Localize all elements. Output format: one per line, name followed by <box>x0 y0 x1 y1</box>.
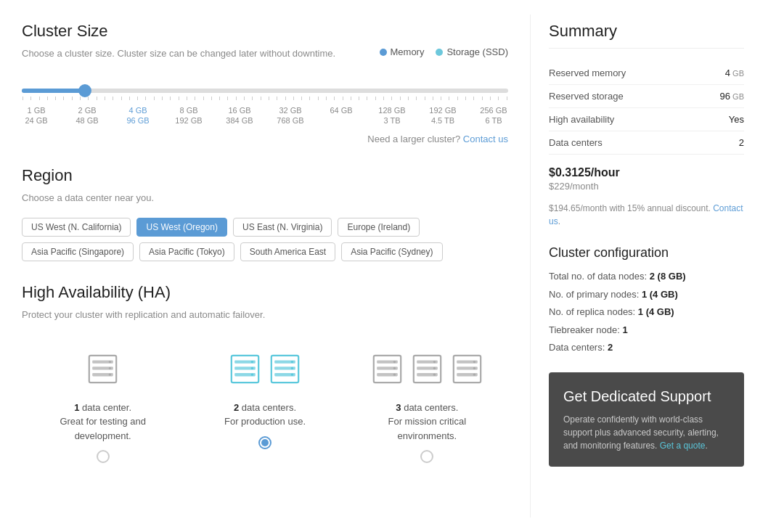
region-tag-7[interactable]: Asia Pacific (Sydney) <box>341 242 442 261</box>
summary-unit-0: GB <box>730 69 744 78</box>
tick-mark <box>334 97 335 100</box>
region-tag-2[interactable]: US East (N. Virginia) <box>233 218 332 237</box>
tick-mark <box>285 97 286 100</box>
tick-mark <box>80 97 81 100</box>
svg-point-18 <box>291 361 293 363</box>
size-label-bot-3: 192 GB <box>174 116 203 125</box>
ha-title: High Availability (HA) <box>22 283 508 302</box>
size-labels-bottom: 24 GB48 GB96 GB192 GB384 GB768 GB3 TB4.5… <box>22 116 508 125</box>
radio-outer-1[interactable] <box>258 436 271 449</box>
tick-mark <box>137 97 138 100</box>
tick-mark <box>88 97 89 100</box>
svg-point-40 <box>473 367 475 369</box>
tick-mark <box>301 97 302 100</box>
tick-mark <box>105 97 105 100</box>
svg-point-33 <box>433 367 436 369</box>
svg-point-11 <box>251 361 253 363</box>
tick-mark <box>162 97 163 100</box>
config-rows: Total no. of data nodes: 2 (8 GB)No. of … <box>549 269 744 355</box>
cluster-size-section: Cluster Size Choose a cluster size. Clus… <box>22 22 508 144</box>
slider-fill <box>22 89 85 93</box>
region-section: Region Choose a data center near you. US… <box>22 166 508 262</box>
summary-label-1: Reserved storage <box>549 91 624 102</box>
summary-title: Summary <box>549 22 744 49</box>
contact-text: Need a larger cluster? <box>367 134 460 144</box>
ha-label-1: 2 data centers. For production use. <box>195 401 335 429</box>
config-row-2: No. of replica nodes: 1 (4 GB) <box>549 305 744 319</box>
region-title: Region <box>22 166 508 185</box>
get-quote-link[interactable]: Get a quote <box>660 441 706 451</box>
svg-point-34 <box>433 374 436 376</box>
region-desc: Choose a data center near you. <box>22 191 508 205</box>
contact-row: Need a larger cluster? Contact us <box>22 134 508 144</box>
slider-track[interactable] <box>22 89 508 93</box>
size-label-bot-7: 3 TB <box>377 116 407 125</box>
tick-mark <box>113 97 113 100</box>
ha-label-0: 1 data center. Great for testing anddeve… <box>33 401 173 443</box>
tick-mark <box>367 97 367 100</box>
svg-point-6 <box>109 374 111 376</box>
region-tag-3[interactable]: Europe (Ireland) <box>338 218 420 237</box>
size-label-top-8: 192 GB <box>428 106 457 115</box>
cluster-size-slider-wrapper <box>22 89 508 100</box>
contact-us-link[interactable]: Contact us <box>463 134 508 144</box>
radio-outer-0[interactable] <box>97 450 110 463</box>
ha-card-2[interactable]: 3 data centers. For mission criticalenvi… <box>346 337 508 471</box>
tick-mark <box>72 97 73 100</box>
tick-mark <box>179 97 179 100</box>
ha-radio-2[interactable] <box>357 450 497 463</box>
size-label-top-2: 4 GB <box>123 106 152 115</box>
svg-point-5 <box>109 367 111 369</box>
size-label-top-6: 64 GB <box>327 106 356 115</box>
summary-row-0: Reserved memory 4 GB <box>549 62 744 85</box>
tick-mark <box>293 97 294 100</box>
ha-card-0[interactable]: 1 data center. Great for testing anddeve… <box>22 337 184 471</box>
tick-mark <box>55 97 56 100</box>
legend: Memory Storage (SSD) <box>380 46 509 57</box>
tick-mark <box>408 97 409 100</box>
tick-mark <box>145 97 146 100</box>
tick-mark <box>30 97 31 100</box>
ha-radio-0[interactable] <box>33 450 173 463</box>
tick-mark <box>261 97 261 100</box>
region-tag-6[interactable]: South America East <box>240 242 335 261</box>
dedicated-support-box: Get Dedicated Support Operate confidentl… <box>549 372 744 467</box>
cluster-size-desc: Choose a cluster size. Cluster size can … <box>22 46 335 61</box>
tick-mark <box>219 97 220 100</box>
cluster-size-title: Cluster Size <box>22 22 508 41</box>
tick-mark <box>343 97 343 100</box>
svg-point-26 <box>393 367 396 369</box>
discount-amount: $194.65/month with 15% annual discount. <box>549 203 711 213</box>
tick-mark <box>47 97 48 100</box>
tick-mark <box>507 97 507 100</box>
ha-section: High Availability (HA) Protect your clus… <box>22 283 508 470</box>
slider-thumb[interactable] <box>78 84 91 97</box>
summary-value-2: Yes <box>729 114 744 125</box>
ha-radio-1[interactable] <box>195 436 335 449</box>
dedicated-title: Get Dedicated Support <box>563 387 730 406</box>
tick-mark <box>326 97 327 100</box>
summary-rows: Reserved memory 4 GB Reserved storage 96… <box>549 62 744 155</box>
tick-mark <box>129 97 130 100</box>
tick-mark <box>391 97 392 100</box>
summary-label-0: Reserved memory <box>549 67 626 78</box>
size-label-bot-6 <box>327 116 356 125</box>
region-tag-1[interactable]: US West (Oregon) <box>136 218 226 237</box>
size-label-top-4: 16 GB <box>225 106 254 115</box>
ha-card-1[interactable]: 2 data centers. For production use. <box>184 337 346 471</box>
svg-point-12 <box>251 367 253 369</box>
ha-label-2: 3 data centers. For mission criticalenvi… <box>357 401 497 443</box>
tick-mark <box>63 97 64 100</box>
svg-point-13 <box>251 374 253 376</box>
tick-mark <box>318 97 319 100</box>
radio-outer-2[interactable] <box>420 450 433 463</box>
slider-labels: 1 GB2 GB4 GB8 GB16 GB32 GB64 GB128 GB192… <box>22 106 508 125</box>
size-labels-top: 1 GB2 GB4 GB8 GB16 GB32 GB64 GB128 GB192… <box>22 106 508 115</box>
svg-point-19 <box>291 367 293 369</box>
memory-label: Memory <box>391 46 425 57</box>
region-tag-5[interactable]: Asia Pacific (Tokyo) <box>139 242 234 261</box>
tick-mark <box>252 97 253 100</box>
region-tag-4[interactable]: Asia Pacific (Singapore) <box>22 242 134 261</box>
region-tag-0[interactable]: US West (N. California) <box>22 218 131 237</box>
size-label-bot-5: 768 GB <box>276 116 305 125</box>
